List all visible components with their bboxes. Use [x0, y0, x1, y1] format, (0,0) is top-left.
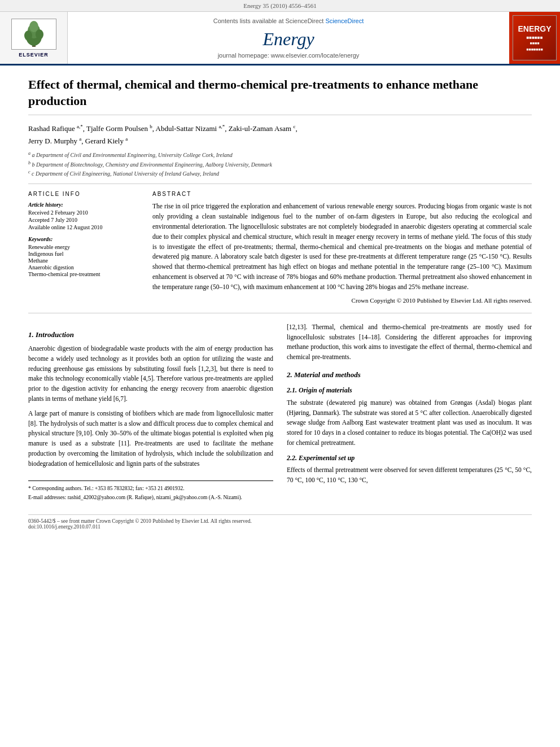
journal-homepage: journal homepage: www.elsevier.com/locat… [218, 52, 360, 59]
elsevier-tree-box [11, 19, 56, 50]
article-title: Effect of thermal, chemical and thermo-c… [28, 77, 532, 115]
article-info-header: ARTICLE INFO [28, 191, 141, 197]
keyword-5: Thermo-chemical pre-treatment [28, 271, 141, 277]
abstract-text: The rise in oil price triggered the expl… [152, 202, 532, 292]
affiliations: a a Department of Civil and Environmenta… [28, 150, 532, 184]
section2-1-text: The substrate (dewatered pig manure) was… [287, 398, 532, 448]
author-list-2: Jerry D. Murphy a, Gerard Kiely a [28, 137, 128, 145]
body-right-col: [12,13]. Thermal, chemical and thermo-ch… [287, 322, 532, 503]
elsevier-logo-section: ELSEVIER [0, 12, 68, 64]
body-left-col: 1. Introduction Anaerobic digestion of b… [28, 322, 273, 503]
authors: Rashad Rafique a,*, Tjalfe Gorm Poulsen … [28, 122, 532, 147]
issn-line: 0360-5442/$ – see front matter Crown Cop… [28, 518, 532, 524]
sciencedirect-link[interactable]: ScienceDirect [325, 18, 364, 24]
history-label: Article history: [28, 202, 141, 208]
intro-para-3: [12,13]. Thermal, chemical and thermo-ch… [287, 322, 532, 362]
intro-para-1: Anaerobic digestion of biodegradable was… [28, 344, 273, 404]
keyword-3: Methane [28, 257, 141, 264]
energy-cover: ENERGY ■■■■■■ ■■■■ ■■■■■■■ [509, 12, 560, 64]
footnote-corresponding: * Corresponding authors. Tel.: +353 85 7… [28, 484, 273, 493]
journal-center: Contents lists available at ScienceDirec… [68, 12, 509, 64]
article-info-abstract: ARTICLE INFO Article history: Received 2… [28, 191, 532, 313]
accepted-date: Accepted 7 July 2010 [28, 217, 141, 223]
keyword-2: Indigenous fuel [28, 251, 141, 257]
article-info-col: ARTICLE INFO Article history: Received 2… [28, 191, 141, 303]
section2-1-title: 2.1. Origin of materials [287, 385, 532, 396]
journal-header: ELSEVIER Contents lists available at Sci… [0, 12, 560, 65]
abstract-section: ABSTRACT The rise in oil price triggered… [152, 191, 532, 303]
elsevier-text: ELSEVIER [19, 52, 49, 58]
sciencedirect-line: Contents lists available at ScienceDirec… [213, 18, 364, 24]
bottom-bar: 0360-5442/$ – see front matter Crown Cop… [28, 514, 532, 530]
footnote-email: E-mail addresses: rashid_42002@yahoo.com… [28, 493, 273, 502]
section2-title: 2. Material and methods [287, 369, 532, 381]
journal-citation: Energy 35 (2010) 4556–4561 [243, 2, 317, 9]
abstract-copyright: Crown Copyright © 2010 Published by Else… [152, 297, 532, 304]
affiliation-2: b b Department of Biotechnology, Chemist… [28, 160, 532, 169]
available-date: Available online 12 August 2010 [28, 224, 141, 230]
section2-2-text: Effects of thermal pretreatment were obs… [287, 465, 532, 486]
section1-title: 1. Introduction [28, 329, 273, 340]
doi-line: doi:10.1016/j.energy.2010.07.011 [28, 524, 532, 530]
affiliation-1: a a Department of Civil and Environmenta… [28, 150, 532, 159]
section2-2-title: 2.2. Experimental set up [287, 453, 532, 464]
main-content: Effect of thermal, chemical and thermo-c… [0, 65, 560, 547]
abstract-header: ABSTRACT [152, 191, 532, 197]
svg-point-4 [24, 30, 32, 41]
svg-point-5 [36, 29, 43, 40]
keywords-label: Keywords: [28, 236, 141, 242]
elsevier-tree-icon [17, 20, 51, 48]
keywords-section: Keywords: Renewable energy Indigenous fu… [28, 236, 141, 277]
keyword-1: Renewable energy [28, 244, 141, 250]
author-list: Rashad Rafique a,*, Tjalfe Gorm Poulsen … [28, 124, 298, 133]
svg-point-3 [29, 21, 38, 32]
received-date: Received 2 February 2010 [28, 209, 141, 216]
top-bar: Energy 35 (2010) 4556–4561 [0, 0, 560, 12]
footnotes: * Corresponding authors. Tel.: +353 85 7… [28, 480, 273, 502]
keyword-4: Anaerobic digestion [28, 264, 141, 270]
body-columns: 1. Introduction Anaerobic digestion of b… [28, 322, 532, 503]
affiliation-3: c c Department of Civil Engineering, Nat… [28, 169, 532, 178]
energy-cover-image: ENERGY ■■■■■■ ■■■■ ■■■■■■■ [513, 15, 557, 60]
journal-name: Energy [262, 29, 314, 50]
intro-para-2: A large part of manure is consisting of … [28, 409, 273, 469]
